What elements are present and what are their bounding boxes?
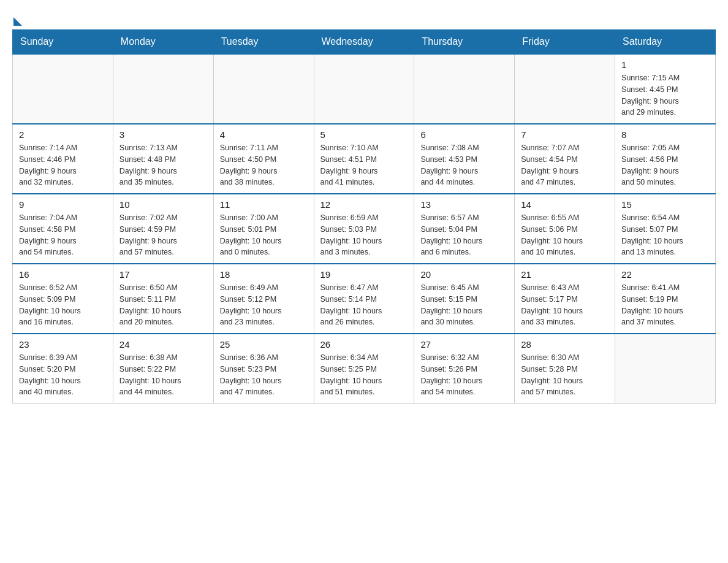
calendar-cell: 25Sunrise: 6:36 AM Sunset: 5:23 PM Dayli… [213, 334, 314, 404]
calendar-cell: 12Sunrise: 6:59 AM Sunset: 5:03 PM Dayli… [314, 194, 414, 264]
page-header [12, 12, 716, 23]
calendar-cell [213, 54, 314, 124]
day-number: 2 [19, 129, 107, 140]
calendar-cell: 6Sunrise: 7:08 AM Sunset: 4:53 PM Daylig… [414, 124, 515, 194]
calendar-cell: 28Sunrise: 6:30 AM Sunset: 5:28 PM Dayli… [515, 334, 615, 404]
calendar-cell: 27Sunrise: 6:32 AM Sunset: 5:26 PM Dayli… [414, 334, 515, 404]
day-info: Sunrise: 7:11 AM Sunset: 4:50 PM Dayligh… [220, 142, 308, 188]
day-info: Sunrise: 6:41 AM Sunset: 5:19 PM Dayligh… [621, 282, 709, 328]
day-info: Sunrise: 7:00 AM Sunset: 5:01 PM Dayligh… [220, 212, 308, 258]
day-info: Sunrise: 7:02 AM Sunset: 4:59 PM Dayligh… [119, 212, 207, 258]
day-number: 8 [621, 129, 709, 140]
day-info: Sunrise: 6:54 AM Sunset: 5:07 PM Dayligh… [621, 212, 709, 258]
day-number: 16 [19, 269, 107, 280]
calendar-cell: 14Sunrise: 6:55 AM Sunset: 5:06 PM Dayli… [515, 194, 615, 264]
calendar-week-row: 9Sunrise: 7:04 AM Sunset: 4:58 PM Daylig… [13, 194, 716, 264]
calendar-cell [314, 54, 414, 124]
day-number: 6 [420, 129, 508, 140]
day-number: 1 [621, 59, 709, 70]
calendar-cell: 3Sunrise: 7:13 AM Sunset: 4:48 PM Daylig… [113, 124, 213, 194]
day-info: Sunrise: 7:10 AM Sunset: 4:51 PM Dayligh… [320, 142, 408, 188]
calendar-header-sunday: Sunday [13, 30, 113, 55]
logo-triangle-icon [13, 17, 22, 26]
day-info: Sunrise: 6:55 AM Sunset: 5:06 PM Dayligh… [521, 212, 609, 258]
day-number: 4 [220, 129, 308, 140]
day-number: 23 [19, 339, 107, 350]
day-number: 26 [320, 339, 408, 350]
calendar-cell: 20Sunrise: 6:45 AM Sunset: 5:15 PM Dayli… [414, 264, 515, 334]
calendar-cell: 4Sunrise: 7:11 AM Sunset: 4:50 PM Daylig… [213, 124, 314, 194]
logo [12, 12, 22, 23]
calendar-week-row: 1Sunrise: 7:15 AM Sunset: 4:45 PM Daylig… [13, 54, 716, 124]
day-info: Sunrise: 6:38 AM Sunset: 5:22 PM Dayligh… [119, 352, 207, 398]
calendar-cell [113, 54, 213, 124]
day-number: 11 [220, 199, 308, 210]
calendar-header-wednesday: Wednesday [314, 30, 414, 55]
day-info: Sunrise: 6:59 AM Sunset: 5:03 PM Dayligh… [320, 212, 408, 258]
calendar-cell: 9Sunrise: 7:04 AM Sunset: 4:58 PM Daylig… [13, 194, 113, 264]
day-info: Sunrise: 7:14 AM Sunset: 4:46 PM Dayligh… [19, 142, 107, 188]
calendar-week-row: 2Sunrise: 7:14 AM Sunset: 4:46 PM Daylig… [13, 124, 716, 194]
calendar-header-thursday: Thursday [414, 30, 515, 55]
day-info: Sunrise: 6:57 AM Sunset: 5:04 PM Dayligh… [420, 212, 508, 258]
day-info: Sunrise: 7:15 AM Sunset: 4:45 PM Dayligh… [621, 72, 709, 118]
calendar-table: SundayMondayTuesdayWednesdayThursdayFrid… [12, 29, 716, 404]
calendar-cell [414, 54, 515, 124]
day-number: 17 [119, 269, 207, 280]
day-info: Sunrise: 7:05 AM Sunset: 4:56 PM Dayligh… [621, 142, 709, 188]
day-info: Sunrise: 6:47 AM Sunset: 5:14 PM Dayligh… [320, 282, 408, 328]
calendar-cell: 11Sunrise: 7:00 AM Sunset: 5:01 PM Dayli… [213, 194, 314, 264]
calendar-cell: 21Sunrise: 6:43 AM Sunset: 5:17 PM Dayli… [515, 264, 615, 334]
day-info: Sunrise: 7:04 AM Sunset: 4:58 PM Dayligh… [19, 212, 107, 258]
day-info: Sunrise: 6:49 AM Sunset: 5:12 PM Dayligh… [220, 282, 308, 328]
calendar-cell: 26Sunrise: 6:34 AM Sunset: 5:25 PM Dayli… [314, 334, 414, 404]
day-number: 24 [119, 339, 207, 350]
day-info: Sunrise: 7:07 AM Sunset: 4:54 PM Dayligh… [521, 142, 609, 188]
day-info: Sunrise: 7:08 AM Sunset: 4:53 PM Dayligh… [420, 142, 508, 188]
day-number: 3 [119, 129, 207, 140]
calendar-cell [615, 334, 716, 404]
day-info: Sunrise: 6:34 AM Sunset: 5:25 PM Dayligh… [320, 352, 408, 398]
day-number: 21 [521, 269, 609, 280]
day-number: 27 [420, 339, 508, 350]
day-info: Sunrise: 6:32 AM Sunset: 5:26 PM Dayligh… [420, 352, 508, 398]
day-number: 9 [19, 199, 107, 210]
calendar-cell: 18Sunrise: 6:49 AM Sunset: 5:12 PM Dayli… [213, 264, 314, 334]
calendar-header-row: SundayMondayTuesdayWednesdayThursdayFrid… [13, 30, 716, 55]
day-number: 13 [420, 199, 508, 210]
day-number: 19 [320, 269, 408, 280]
day-number: 5 [320, 129, 408, 140]
calendar-header-saturday: Saturday [615, 30, 716, 55]
day-number: 25 [220, 339, 308, 350]
day-info: Sunrise: 6:45 AM Sunset: 5:15 PM Dayligh… [420, 282, 508, 328]
day-info: Sunrise: 6:52 AM Sunset: 5:09 PM Dayligh… [19, 282, 107, 328]
calendar-header-tuesday: Tuesday [213, 30, 314, 55]
day-number: 22 [621, 269, 709, 280]
day-number: 7 [521, 129, 609, 140]
calendar-cell: 5Sunrise: 7:10 AM Sunset: 4:51 PM Daylig… [314, 124, 414, 194]
calendar-cell: 19Sunrise: 6:47 AM Sunset: 5:14 PM Dayli… [314, 264, 414, 334]
calendar-header-monday: Monday [113, 30, 213, 55]
calendar-week-row: 23Sunrise: 6:39 AM Sunset: 5:20 PM Dayli… [13, 334, 716, 404]
calendar-cell [515, 54, 615, 124]
day-number: 18 [220, 269, 308, 280]
calendar-cell: 1Sunrise: 7:15 AM Sunset: 4:45 PM Daylig… [615, 54, 716, 124]
calendar-cell: 17Sunrise: 6:50 AM Sunset: 5:11 PM Dayli… [113, 264, 213, 334]
day-info: Sunrise: 7:13 AM Sunset: 4:48 PM Dayligh… [119, 142, 207, 188]
day-number: 14 [521, 199, 609, 210]
calendar-cell: 2Sunrise: 7:14 AM Sunset: 4:46 PM Daylig… [13, 124, 113, 194]
calendar-week-row: 16Sunrise: 6:52 AM Sunset: 5:09 PM Dayli… [13, 264, 716, 334]
day-info: Sunrise: 6:43 AM Sunset: 5:17 PM Dayligh… [521, 282, 609, 328]
calendar-cell: 24Sunrise: 6:38 AM Sunset: 5:22 PM Dayli… [113, 334, 213, 404]
day-info: Sunrise: 6:39 AM Sunset: 5:20 PM Dayligh… [19, 352, 107, 398]
day-number: 20 [420, 269, 508, 280]
day-info: Sunrise: 6:30 AM Sunset: 5:28 PM Dayligh… [521, 352, 609, 398]
day-number: 28 [521, 339, 609, 350]
calendar-cell: 15Sunrise: 6:54 AM Sunset: 5:07 PM Dayli… [615, 194, 716, 264]
calendar-cell: 16Sunrise: 6:52 AM Sunset: 5:09 PM Dayli… [13, 264, 113, 334]
calendar-cell: 22Sunrise: 6:41 AM Sunset: 5:19 PM Dayli… [615, 264, 716, 334]
calendar-header-friday: Friday [515, 30, 615, 55]
day-number: 15 [621, 199, 709, 210]
calendar-cell: 10Sunrise: 7:02 AM Sunset: 4:59 PM Dayli… [113, 194, 213, 264]
calendar-cell [13, 54, 113, 124]
